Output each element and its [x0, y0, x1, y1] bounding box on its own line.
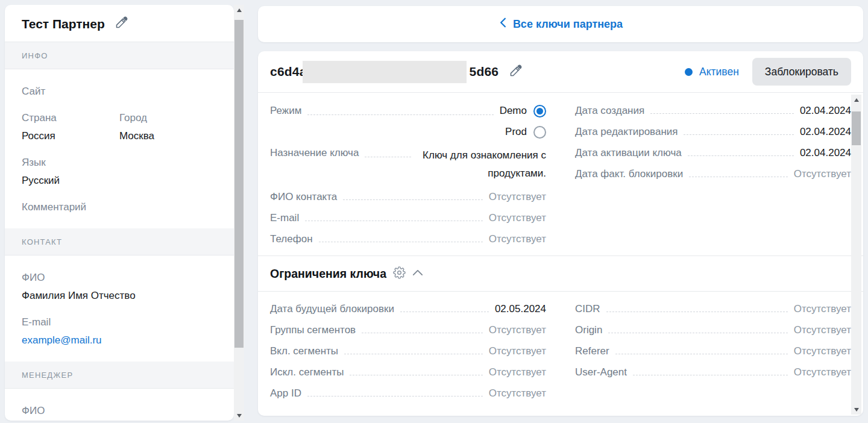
partner-sidebar: Тест Партнер ИНФО Сайт Страна Россия Гор…	[5, 5, 234, 421]
collapse-section-button[interactable]	[412, 269, 423, 278]
site-label: Сайт	[22, 85, 217, 98]
field-manager-name: ФИО	[22, 404, 217, 418]
contact-name-row: ФИО контакта Отсутствует	[270, 190, 546, 204]
field-contact-name: ФИО Фамилия Имя Отчество	[22, 271, 217, 302]
mode-option-prod[interactable]: Prod	[505, 125, 546, 139]
scroll-down-arrow[interactable]	[234, 410, 244, 421]
info-fields: Сайт Страна Россия Город Москва Язык Рус…	[5, 69, 234, 228]
key-details-right-column: Дата создания 02.04.2024 Дата редактиров…	[575, 104, 851, 254]
dotted-leader	[688, 155, 794, 156]
topbar: Все ключи партнера	[258, 6, 863, 42]
block-key-button[interactable]: Заблокировать	[752, 58, 851, 86]
row-value: Ключ для ознакомления с продуктами.	[417, 146, 546, 183]
language-label: Язык	[22, 156, 217, 169]
dotted-leader	[307, 396, 483, 396]
field-country: Страна Россия	[22, 111, 119, 143]
edited-date-row: Дата редактирования 02.04.2024	[575, 125, 851, 139]
future-block-date-row: Дата будущей блокировки 02.05.2024	[270, 302, 546, 316]
edit-key-button[interactable]	[509, 64, 522, 80]
row-label: Origin	[575, 324, 602, 337]
field-contact-email: E-mail example@mail.ru	[22, 316, 217, 347]
field-city: Город Москва	[119, 111, 217, 143]
gear-icon	[393, 266, 406, 281]
dotted-leader	[319, 242, 483, 242]
chevron-up-icon	[412, 269, 423, 278]
row-value: Отсутствует	[489, 366, 546, 379]
field-country-city: Страна Россия Город Москва	[22, 111, 217, 143]
key-card-scrollbar-thumb[interactable]	[852, 111, 861, 145]
key-id-prefix: c6d4a	[270, 64, 307, 79]
row-label: Дата активации ключа	[575, 146, 682, 160]
back-to-keys-link[interactable]: Все ключи партнера	[498, 17, 623, 31]
section-heading-manager: МЕНЕДЖЕР	[5, 362, 234, 389]
contact-email-label: E-mail	[22, 316, 217, 329]
row-value: Отсутствует	[489, 233, 546, 246]
dotted-leader	[343, 199, 482, 200]
restrictions-right-column: CIDR Отсутствует Origin Отсутствует Refe…	[575, 302, 851, 408]
row-label: App ID	[270, 387, 301, 400]
triangle-down-icon	[854, 408, 859, 412]
city-label: Город	[119, 111, 217, 125]
segment-groups-row: Группы сегментов Отсутствует	[270, 324, 546, 337]
radio-prod[interactable]	[533, 126, 546, 139]
scroll-down-arrow[interactable]	[851, 404, 861, 415]
dotted-leader	[362, 333, 483, 333]
row-label: Дата создания	[575, 104, 644, 118]
key-id-redacted-block	[303, 61, 467, 83]
manager-fields: ФИО	[5, 389, 234, 421]
row-value: Отсутствует	[489, 345, 546, 358]
row-label: CIDR	[575, 302, 600, 316]
field-language: Язык Русский	[22, 156, 217, 187]
row-label: Дата редактирования	[575, 125, 678, 139]
comment-label: Комментарий	[22, 201, 217, 214]
field-site: Сайт	[22, 85, 217, 98]
phone-row: Телефон Отсутствует	[270, 233, 546, 246]
dotted-leader	[633, 375, 788, 375]
dotted-leader	[344, 354, 483, 354]
restrictions-settings-button[interactable]	[393, 266, 406, 281]
contact-fields: ФИО Фамилия Имя Отчество E-mail example@…	[5, 255, 234, 362]
sidebar-scrollbar-thumb[interactable]	[234, 20, 244, 348]
key-card-scrollbar[interactable]	[851, 95, 861, 415]
mode-options: Demo Prod	[500, 104, 546, 139]
dotted-leader	[689, 177, 788, 177]
row-label: User-Agent	[575, 366, 627, 379]
contact-email-link[interactable]: example@mail.ru	[22, 334, 217, 347]
row-label: Назначение ключа	[270, 146, 359, 160]
block-date-row: Дата факт. блокировки Отсутствует	[575, 168, 851, 181]
city-value: Москва	[119, 130, 217, 143]
referer-row: Referer Отсутствует	[575, 345, 851, 358]
mode-option-demo[interactable]: Demo	[500, 104, 546, 118]
triangle-up-icon	[237, 8, 242, 12]
row-value: Отсутствует	[794, 366, 851, 379]
origin-row: Origin Отсутствует	[575, 324, 851, 337]
scroll-up-arrow[interactable]	[234, 5, 244, 15]
sidebar-scrollbar[interactable]	[234, 5, 244, 421]
section-heading-info: ИНФО	[5, 42, 234, 69]
pencil-icon	[115, 16, 128, 31]
row-label: Дата будущей блокировки	[270, 302, 394, 316]
scroll-up-arrow[interactable]	[851, 95, 861, 105]
row-label: Дата факт. блокировки	[575, 168, 683, 181]
purpose-row: Назначение ключа Ключ для ознакомления с…	[270, 146, 546, 183]
row-label: E-mail	[270, 212, 299, 225]
excluded-segments-row: Искл. сегменты Отсутствует	[270, 366, 546, 379]
row-label: Группы сегментов	[270, 324, 356, 337]
key-id-suffix: 5d66	[470, 64, 499, 79]
created-date-row: Дата создания 02.04.2024	[575, 104, 851, 118]
app-id-row: App ID Отсутствует	[270, 387, 546, 400]
key-details-left-column: Режим Demo Prod Назначение кл	[270, 104, 546, 254]
radio-demo[interactable]	[533, 105, 546, 118]
dotted-leader	[650, 113, 794, 114]
edit-partner-button[interactable]	[115, 16, 128, 31]
dotted-leader	[608, 333, 787, 333]
mode-option-prod-label: Prod	[505, 125, 527, 139]
mode-option-demo-label: Demo	[500, 104, 527, 118]
country-value: Россия	[22, 130, 119, 143]
status-label: Активен	[699, 66, 739, 78]
status-dot-icon	[685, 68, 693, 76]
triangle-down-icon	[237, 414, 242, 418]
dotted-leader	[615, 354, 788, 354]
status-badge: Активен	[685, 66, 739, 78]
restrictions-body: Дата будущей блокировки 02.05.2024 Групп…	[258, 292, 863, 408]
